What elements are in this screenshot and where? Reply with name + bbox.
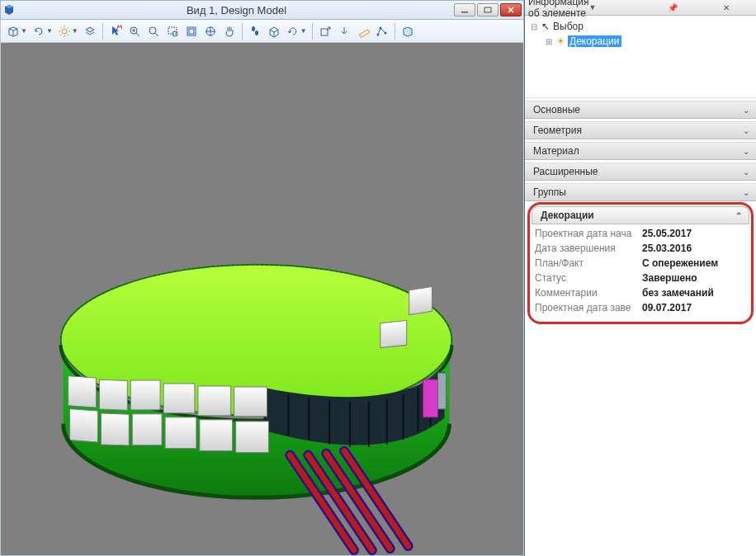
model-render bbox=[1, 43, 523, 555]
prop-key: Комментарии bbox=[535, 287, 642, 299]
target-icon[interactable] bbox=[201, 22, 220, 40]
prop-row[interactable]: Дата завершения 25.03.2016 bbox=[535, 241, 746, 256]
svg-point-31 bbox=[384, 31, 386, 34]
close-icon[interactable]: ✕ bbox=[699, 3, 753, 12]
cycle-icon[interactable] bbox=[284, 22, 302, 40]
section-basic-label: Основные bbox=[533, 104, 580, 115]
separator bbox=[242, 23, 243, 40]
svg-line-10 bbox=[60, 34, 62, 35]
measure-icon[interactable] bbox=[373, 22, 391, 40]
prop-value: без замечаний bbox=[642, 287, 714, 299]
prop-key: План/Факт bbox=[535, 257, 642, 269]
prop-key: Статус bbox=[535, 272, 642, 284]
svg-rect-47 bbox=[198, 386, 231, 416]
walk-icon[interactable] bbox=[246, 22, 264, 40]
separator bbox=[102, 23, 103, 40]
chevron-down-icon[interactable]: ▼ bbox=[21, 27, 27, 35]
sun-small-icon: ☀ bbox=[555, 35, 566, 47]
prop-key: Проектная дата нача bbox=[535, 228, 642, 239]
sun-icon[interactable] bbox=[55, 22, 73, 40]
chevron-down-icon: ⌄ bbox=[743, 126, 749, 135]
tree-child-row[interactable]: ⊞ ☀ Декорации bbox=[528, 34, 753, 49]
selection-tree[interactable]: ⊟ ↖ Выбор ⊞ ☀ Декорации bbox=[525, 16, 756, 98]
svg-text:A: A bbox=[116, 25, 122, 32]
section-extended-label: Расширенные bbox=[533, 166, 598, 177]
svg-line-17 bbox=[155, 33, 158, 36]
svg-rect-46 bbox=[163, 384, 195, 413]
chevron-down-icon[interactable]: ▼ bbox=[300, 27, 307, 35]
svg-rect-58 bbox=[437, 373, 446, 409]
app-icon bbox=[2, 3, 16, 16]
export-icon[interactable] bbox=[316, 22, 334, 40]
cursor-tool-icon[interactable]: A bbox=[106, 22, 125, 40]
tree-root-label: Выбор bbox=[553, 21, 584, 32]
svg-rect-0 bbox=[461, 12, 468, 13]
zoom-in-icon[interactable] bbox=[125, 22, 144, 40]
svg-rect-50 bbox=[409, 286, 432, 314]
ruler-icon[interactable] bbox=[354, 22, 372, 40]
viewport-3d[interactable] bbox=[0, 43, 524, 556]
svg-rect-21 bbox=[189, 29, 194, 34]
svg-rect-54 bbox=[165, 417, 196, 449]
collapse-icon[interactable]: ⊟ bbox=[528, 22, 540, 31]
chevron-down-icon[interactable]: ▼ bbox=[46, 27, 53, 35]
chevron-down-icon: ⌄ bbox=[743, 106, 749, 115]
section-groups[interactable]: Группы ⌄ bbox=[525, 183, 756, 201]
svg-rect-28 bbox=[359, 29, 369, 36]
prop-value: Завершено bbox=[642, 272, 697, 284]
prop-row[interactable]: Проектная дата заве 09.07.2017 bbox=[535, 300, 746, 315]
svg-rect-43 bbox=[69, 376, 97, 408]
prop-row[interactable]: Комментарии без замечаний bbox=[535, 285, 746, 300]
zoom-fit-icon[interactable] bbox=[144, 22, 163, 40]
cursor-icon: ↖ bbox=[540, 21, 551, 32]
minimize-button[interactable] bbox=[454, 3, 475, 16]
chevron-down-icon: ⌄ bbox=[743, 188, 749, 197]
box-3d-icon[interactable] bbox=[399, 22, 417, 40]
expand-icon[interactable]: ⊞ bbox=[543, 37, 555, 46]
pin-icon[interactable]: 📌 bbox=[645, 3, 699, 12]
property-sections: Основные ⌄ Геометрия ⌄ Материал ⌄ Расшир… bbox=[525, 98, 756, 324]
section-material[interactable]: Материал ⌄ bbox=[525, 142, 756, 160]
prop-key: Дата завершения bbox=[535, 243, 642, 254]
frame-icon[interactable] bbox=[182, 22, 201, 40]
prop-row[interactable]: Проектная дата нача 25.05.2017 bbox=[535, 226, 746, 241]
close-button[interactable] bbox=[500, 3, 522, 16]
svg-rect-51 bbox=[70, 409, 98, 442]
section-extended[interactable]: Расширенные ⌄ bbox=[525, 163, 756, 181]
svg-rect-44 bbox=[99, 379, 127, 410]
section-groups-label: Группы bbox=[533, 186, 566, 198]
section-geometry[interactable]: Геометрия ⌄ bbox=[525, 121, 756, 139]
refresh-icon[interactable] bbox=[30, 22, 48, 40]
prop-row[interactable]: План/Факт С опережением bbox=[535, 256, 746, 271]
maximize-button[interactable] bbox=[477, 3, 498, 16]
prop-row[interactable]: Статус Завершено bbox=[535, 271, 746, 285]
section-decor[interactable]: Декорации ⌃ bbox=[532, 206, 749, 224]
svg-point-25 bbox=[252, 26, 255, 31]
section-basic[interactable]: Основные ⌄ bbox=[525, 101, 756, 119]
info-panel: Информация об элементе ▼ 📌 ✕ ⊟ ↖ Выбор ⊞… bbox=[525, 0, 756, 556]
zoom-window-icon[interactable] bbox=[163, 22, 182, 40]
window-title: Вид 1, Design Model bbox=[19, 4, 454, 16]
svg-point-29 bbox=[376, 33, 379, 35]
pan-icon[interactable] bbox=[220, 22, 239, 40]
cube-icon[interactable] bbox=[4, 22, 22, 40]
svg-rect-53 bbox=[132, 414, 162, 445]
prop-value: 25.05.2017 bbox=[642, 228, 692, 239]
svg-rect-57 bbox=[423, 379, 438, 417]
tree-child-label: Декорации bbox=[568, 35, 621, 47]
main-pane: Вид 1, Design Model ▼ ▼ ▼ A ▼ bbox=[0, 0, 525, 556]
info-panel-header[interactable]: Информация об элементе ▼ 📌 ✕ bbox=[525, 0, 756, 16]
layers-icon[interactable] bbox=[81, 22, 99, 40]
svg-rect-27 bbox=[321, 29, 328, 35]
svg-point-2 bbox=[62, 29, 67, 34]
svg-rect-56 bbox=[236, 422, 269, 453]
svg-rect-52 bbox=[101, 413, 129, 445]
chevron-down-icon[interactable]: ▼ bbox=[588, 3, 642, 12]
chevron-up-icon: ⌃ bbox=[735, 211, 742, 220]
chevron-down-icon[interactable]: ▼ bbox=[72, 27, 78, 35]
view-cube-icon[interactable] bbox=[265, 22, 283, 40]
arrow-down-icon[interactable] bbox=[335, 22, 353, 40]
section-decor-label: Декорации bbox=[541, 210, 594, 221]
svg-point-16 bbox=[149, 27, 156, 34]
tree-root-row[interactable]: ⊟ ↖ Выбор bbox=[528, 19, 753, 34]
